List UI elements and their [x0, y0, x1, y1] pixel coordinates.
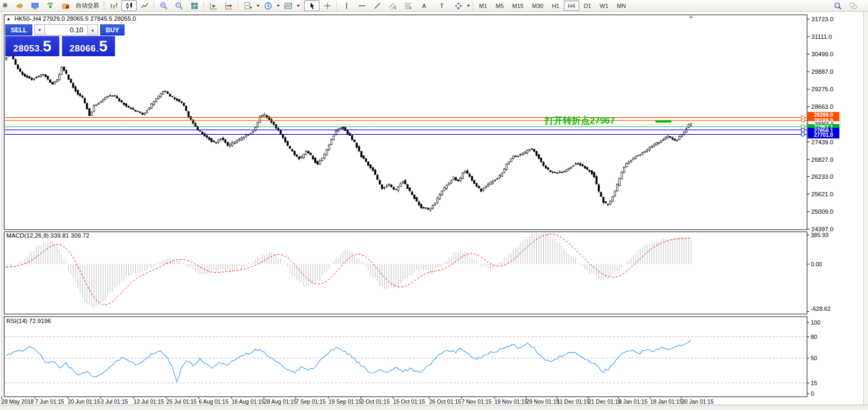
fibonacci-button[interactable]: F	[400, 0, 415, 11]
sell-price-fraction: 5	[43, 41, 51, 51]
status-bar	[0, 405, 868, 410]
bar-chart-icon	[110, 2, 118, 10]
toolbar-separator	[336, 2, 337, 10]
time-axis-label: 3 Oct 01:15	[361, 398, 389, 405]
timeframe-h4-button[interactable]: H4	[564, 1, 579, 11]
line-chart-button[interactable]	[137, 0, 152, 11]
rsi-label: RSI(14)	[6, 318, 28, 324]
time-axis-label: 20 Jun 01:15	[68, 398, 100, 405]
new-chart-dropdown[interactable]	[255, 1, 260, 11]
chat-button[interactable]	[845, 0, 861, 11]
trendline-button[interactable]	[369, 0, 385, 11]
time-axis-label: 7 Sep 01:15	[296, 398, 326, 405]
zoom-in-icon	[160, 2, 168, 10]
macd-value-signal: 309.72	[70, 232, 89, 239]
timeframe-w1-button[interactable]: W1	[596, 1, 613, 11]
channel-button[interactable]: E	[385, 0, 400, 11]
timeframe-m5-button[interactable]: M5	[492, 1, 507, 11]
price-tick-label: 25621.0	[811, 191, 834, 197]
time-axis-label: 13 Jul 01:15	[134, 398, 164, 405]
chart-canvas[interactable]	[0, 0, 868, 410]
arrows-icon	[454, 2, 463, 10]
volume-decrease-button[interactable]: ▼	[34, 24, 45, 36]
templates-icon	[284, 2, 293, 10]
volume-increase-button[interactable]: ▲	[87, 24, 98, 36]
new-chart-button[interactable]	[240, 0, 255, 11]
sell-price-dot: .	[40, 45, 42, 53]
candlestick-button[interactable]	[121, 0, 137, 11]
autotrading-button[interactable]: 自动交易	[73, 0, 102, 11]
templates-dropdown[interactable]	[296, 1, 300, 11]
time-axis-label: 18 Jan 01:15	[650, 398, 683, 405]
pivot-annotation-text[interactable]: 打开转折点27967	[545, 115, 615, 127]
rsi-header: RSI(14) 72.9196	[6, 318, 51, 324]
buy-button[interactable]: BUY	[100, 24, 125, 36]
price-tick-label: 29887.0	[811, 68, 834, 75]
price-tick-label: 31723.0	[811, 16, 834, 22]
timeframe-mn-button[interactable]: MN	[613, 1, 630, 11]
collapse-objects-icon[interactable]: ▲	[6, 16, 11, 21]
toolbar-grip	[472, 2, 474, 10]
macd-header: MACD(12,26,9) 339.81 309.72	[6, 232, 90, 239]
zoom-in-button[interactable]	[156, 0, 171, 11]
price-tick-label: 29275.0	[811, 86, 834, 92]
cursor-button[interactable]	[304, 0, 320, 11]
time-axis-label: 28 May 2018	[2, 398, 34, 405]
symbol-ohlc-header: ▲ HK50-,H4 27929.0 28065.5 27845.5 28055…	[6, 15, 136, 22]
timeframe-h1-button[interactable]: H1	[548, 1, 563, 11]
time-axis-label: 28 Aug 01:15	[264, 398, 297, 405]
low-value: 27845.5	[90, 15, 112, 22]
auto-scroll-button[interactable]	[206, 0, 221, 11]
buy-price: 28066	[69, 43, 96, 54]
chart-shift-icon	[225, 2, 233, 10]
sell-price: 28053	[13, 43, 40, 54]
periods-button[interactable]	[260, 0, 276, 11]
new-chart-icon	[244, 2, 252, 10]
time-axis-label: 15 Oct 01:15	[393, 398, 425, 405]
buy-price-button[interactable]: 28066 . 5	[62, 36, 115, 56]
sell-price-button[interactable]: 28053 . 5	[5, 36, 59, 56]
arrows-button[interactable]	[450, 0, 466, 11]
text-tool-button[interactable]: A	[415, 0, 433, 11]
terminal-button[interactable]	[27, 0, 42, 11]
mailbox-icon	[61, 2, 70, 10]
mailbox-button[interactable]	[58, 0, 73, 11]
arrows-dropdown[interactable]	[466, 1, 471, 11]
tile-windows-button[interactable]	[187, 0, 202, 11]
horizontal-line-button[interactable]	[354, 0, 369, 11]
horizontal-line-icon	[358, 2, 366, 10]
search-button[interactable]	[830, 0, 845, 11]
volume-input[interactable]: 0.10	[45, 24, 87, 36]
bar-chart-button[interactable]	[106, 0, 121, 11]
zoom-out-button[interactable]	[171, 0, 187, 11]
vertical-line-button[interactable]	[339, 0, 354, 11]
periods-icon	[264, 2, 272, 10]
open-value: 27929.0	[43, 15, 65, 22]
zoom-out-icon	[175, 2, 183, 10]
templates-button[interactable]	[280, 0, 296, 11]
time-axis-label: 16 Aug 01:15	[232, 398, 264, 405]
fibonacci-icon: F	[404, 2, 412, 10]
price-tick-label: 25009.0	[811, 208, 834, 215]
buy-price-fraction: 5	[99, 41, 108, 51]
toolbar-separator	[302, 2, 303, 10]
timeframe-m30-button[interactable]: M30	[528, 1, 547, 11]
time-axis-label: 3 Jul 01:15	[101, 398, 128, 405]
timeframe-m15-button[interactable]: M15	[509, 1, 527, 11]
label-tool-button[interactable]: T	[433, 0, 450, 11]
timeframe-d1-button[interactable]: D1	[580, 1, 595, 11]
signals-button[interactable]	[42, 0, 58, 11]
chart-shift-button[interactable]	[221, 0, 236, 11]
timeframe-m1-button[interactable]: M1	[475, 1, 491, 11]
crosshair-button[interactable]	[320, 0, 335, 11]
price-line-label[interactable]: 27701.0	[808, 132, 839, 138]
rsi-tick-label: 100	[811, 319, 820, 326]
time-axis-label: 11 Dec 01:15	[557, 398, 590, 405]
time-axis-label: 7 Jun 01:15	[35, 398, 64, 405]
periods-dropdown[interactable]	[276, 1, 280, 11]
toolbar-separator	[154, 2, 154, 10]
new-order-button[interactable]	[12, 0, 27, 11]
svg-text:F: F	[410, 6, 412, 10]
toolbar-grip	[103, 2, 105, 10]
sell-button[interactable]: SELL	[5, 24, 32, 36]
